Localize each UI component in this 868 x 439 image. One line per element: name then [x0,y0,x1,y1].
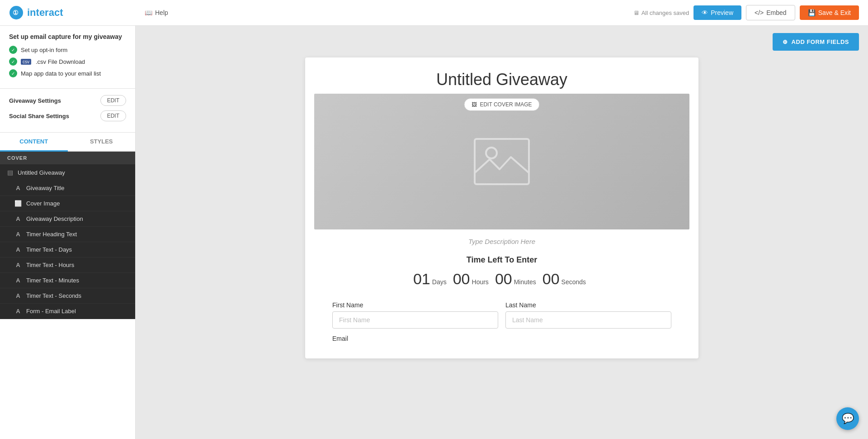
tree-item-icon-5: A [14,262,22,268]
tree-item-icon-7: A [14,292,22,299]
social-share-settings-edit-button[interactable]: EDIT [100,110,126,121]
tree-item-3[interactable]: A Timer Heading Text [0,227,135,242]
add-form-fields-button[interactable]: ⊕ ADD FORM FIELDS [773,33,859,51]
svg-point-3 [486,148,497,158]
top-nav: ① interact 📖 Help 🖥 All changes saved 👁 … [0,0,868,26]
placeholder-svg-icon [472,137,531,186]
tree-item-icon-3: A [14,231,22,238]
tree-item-icon-0: A [14,185,22,191]
preview-button[interactable]: 👁 Preview [693,5,741,20]
tree-item-icon-2: A [14,215,22,222]
form-row-names: First Name Last Name [332,301,671,329]
first-name-label: First Name [332,301,498,309]
save-exit-button[interactable]: 💾 Save & Exit [800,5,859,20]
giveaway-settings-row: Giveaway Settings EDIT [9,95,126,106]
social-share-settings-row: Social Share Settings EDIT [9,110,126,121]
tree-section-cover: COVER [0,152,135,164]
checklist-item-3: ✓ Map app data to your email list [9,69,126,77]
tree-item-icon-6: A [14,277,22,284]
tree-item-icon-1: ⬜ [14,200,22,207]
timer-minutes-value: 00 [495,270,512,288]
checklist-item-2: ✓ csv .csv File Download [9,57,126,66]
settings-section: Giveaway Settings EDIT Social Share Sett… [0,89,135,133]
tree-item-label-8: Form - Email Label [26,308,76,315]
checklist-label-2: .csv File Download [36,58,85,65]
tree-item-label-7: Timer Text - Seconds [26,292,81,299]
canvas-area: ⊕ ADD FORM FIELDS Untitled Giveaway 🖼 ED… [136,26,868,439]
save-icon: 💾 [808,9,816,16]
checklist-item-1: ✓ Set up opt-in form [9,46,126,54]
tree-item-5[interactable]: A Timer Text - Hours [0,258,135,273]
tree-item-label-2: Giveaway Description [26,215,83,222]
cover-image-placeholder [314,94,689,229]
svg-text:①: ① [13,9,19,16]
eye-icon: 👁 [702,9,708,16]
sidebar-tabs: CONTENT STYLES [0,133,135,152]
tree-item-label-6: Timer Text - Minutes [26,277,79,284]
tree-item-0[interactable]: A Giveaway Title [0,181,135,196]
timer-display: 01 Days 00 Hours 00 Minutes 00 Seconds [314,270,689,288]
form-group-last-name: Last Name [505,301,671,329]
embed-button[interactable]: </> Embed [746,5,795,20]
content-tree: COVER ▤ Untitled Giveaway A Giveaway Tit… [0,152,135,439]
description-text[interactable]: Type Description Here [305,229,698,250]
giveaway-card: Untitled Giveaway 🖼 EDIT COVER IMAGE Typ… [305,57,698,358]
timer-days-label: Days [432,278,447,286]
csv-badge: csv [21,59,31,65]
tree-parent-label: Untitled Giveaway [18,169,65,176]
main-layout: Set up email capture for my giveaway ✓ S… [0,26,868,439]
chat-icon: 💬 [842,413,854,425]
tree-item-label-0: Giveaway Title [26,185,65,191]
first-name-input[interactable] [332,311,498,329]
tree-item-4[interactable]: A Timer Text - Days [0,242,135,258]
book-icon: 📖 [145,9,152,16]
setup-title: Set up email capture for my giveaway [9,33,126,40]
timer-section: Time Left To Enter 01 Days 00 Hours 00 M… [305,250,698,297]
add-form-icon: ⊕ [783,38,788,45]
code-icon: </> [755,9,764,16]
tree-item-7[interactable]: A Timer Text - Seconds [0,288,135,304]
tree-item-1[interactable]: ⬜ Cover Image [0,196,135,211]
timer-hours-label: Hours [472,278,489,286]
form-section: First Name Last Name Email [305,297,698,358]
left-sidebar: Set up email capture for my giveaway ✓ S… [0,26,136,439]
tree-item-label-1: Cover Image [26,200,60,207]
svg-rect-2 [475,139,529,184]
nav-actions: 🖥 All changes saved 👁 Preview </> Embed … [633,5,859,20]
tree-item-icon-8: A [14,308,22,315]
tree-item-icon-4: A [14,246,22,253]
tab-styles[interactable]: STYLES [68,133,136,152]
timer-heading: Time Left To Enter [314,255,689,265]
tree-item-label-4: Timer Text - Days [26,246,72,253]
giveaway-settings-edit-button[interactable]: EDIT [100,95,126,106]
giveaway-card-title: Untitled Giveaway [305,57,698,94]
cover-image-area: 🖼 EDIT COVER IMAGE [314,94,689,229]
tree-item-label-5: Timer Text - Hours [26,262,74,268]
logo-icon: ① [9,5,24,20]
image-icon: 🖼 [472,101,477,108]
tree-item-2[interactable]: A Giveaway Description [0,211,135,227]
last-name-input[interactable] [505,311,671,329]
timer-seconds-label: Seconds [561,278,586,286]
checklist-label-1: Set up opt-in form [21,47,67,53]
edit-cover-image-button[interactable]: 🖼 EDIT COVER IMAGE [464,98,539,111]
form-group-first-name: First Name [332,301,498,329]
email-label: Email [332,335,671,342]
tree-item-8[interactable]: A Form - Email Label [0,304,135,319]
chat-bubble-button[interactable]: 💬 [836,407,859,430]
social-share-settings-label: Social Share Settings [9,113,69,119]
timer-minutes-label: Minutes [514,278,536,286]
tree-item-6[interactable]: A Timer Text - Minutes [0,273,135,288]
timer-hours-value: 00 [453,270,470,288]
help-label: Help [155,9,168,16]
nav-help-button[interactable]: 📖 Help [145,9,168,16]
saved-status: 🖥 All changes saved [633,10,689,16]
check-icon-2: ✓ [9,57,17,66]
tab-content[interactable]: CONTENT [0,133,68,152]
timer-seconds-value: 00 [542,270,560,288]
last-name-label: Last Name [505,301,671,309]
giveaway-settings-label: Giveaway Settings [9,97,61,104]
tree-parent-giveaway[interactable]: ▤ Untitled Giveaway [0,164,135,181]
form-group-email: Email [332,335,671,345]
tree-parent-icon: ▤ [7,169,13,176]
